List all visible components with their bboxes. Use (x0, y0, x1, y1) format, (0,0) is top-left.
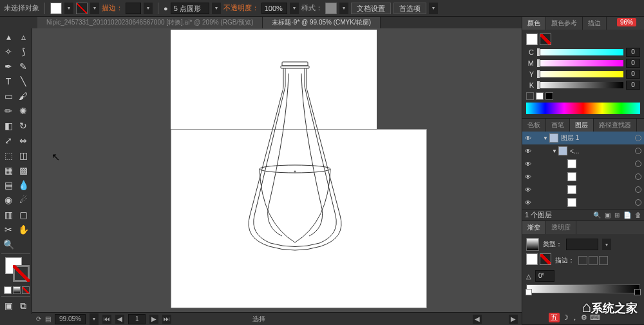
stroke-mode-2-icon[interactable] (589, 256, 598, 265)
rotate-tool[interactable]: ↻ (16, 119, 30, 133)
locate-icon[interactable]: 🔍 (593, 212, 601, 219)
angle-field[interactable]: 0° (535, 270, 554, 282)
visibility-icon[interactable]: 👁 (522, 148, 534, 155)
stroke-swatch[interactable] (76, 3, 88, 14)
layer-row[interactable]: 👁 (522, 196, 644, 209)
target-icon[interactable] (635, 186, 641, 193)
black-slider[interactable] (536, 82, 623, 88)
zoom-field[interactable]: 99.05% (55, 314, 86, 324)
column-graph-tool[interactable]: ▥ (1, 208, 15, 222)
canvas[interactable]: ↖ (32, 28, 522, 312)
stroke-dropdown[interactable] (90, 3, 99, 14)
panel-fill-swatch[interactable] (526, 34, 538, 45)
gradient-ramp[interactable] (526, 284, 640, 293)
brush-dropdown[interactable] (212, 3, 221, 14)
rectangle-tool[interactable]: ▭ (1, 89, 15, 103)
page-field[interactable]: 1 (128, 314, 146, 324)
delete-layer-icon[interactable]: 🗑 (635, 212, 641, 219)
black-icon[interactable] (545, 92, 553, 100)
direct-selection-tool[interactable]: ▵ (16, 30, 30, 44)
grad-fill-swatch[interactable] (526, 253, 538, 265)
cyan-slider[interactable] (536, 49, 623, 55)
target-icon[interactable] (635, 135, 641, 141)
line-tool[interactable]: ╲ (16, 74, 30, 88)
shape-builder-tool[interactable]: ◫ (16, 148, 30, 162)
pencil-tool[interactable]: ✏ (1, 104, 15, 118)
visibility-icon[interactable]: 👁 (522, 186, 534, 193)
scale-tool[interactable]: ⤢ (1, 133, 15, 148)
make-clip-icon[interactable]: ▣ (605, 212, 611, 219)
gradient-preview[interactable] (526, 238, 539, 251)
magic-wand-tool[interactable]: ✧ (1, 44, 15, 59)
selection-tool[interactable]: ▴ (1, 30, 15, 44)
opacity-dropdown[interactable] (290, 3, 299, 14)
visibility-icon[interactable]: 👁 (522, 173, 534, 181)
panel-stroke-swatch[interactable] (540, 34, 551, 45)
style-dropdown[interactable] (339, 3, 348, 14)
stroke-color-icon[interactable] (13, 265, 30, 282)
type-tool[interactable]: T (1, 74, 15, 88)
new-layer-icon[interactable]: 📄 (623, 212, 631, 219)
gradient-type-dropdown[interactable] (602, 239, 611, 250)
yellow-value[interactable]: 0 (626, 70, 640, 79)
stroke-mode-3-icon[interactable] (599, 256, 608, 265)
prev-page-button[interactable]: ◀ (115, 315, 124, 324)
tab-color-guide[interactable]: 颜色参考 (546, 17, 583, 30)
gradient-tool[interactable]: ▤ (1, 178, 15, 192)
visibility-icon[interactable]: 👁 (522, 161, 534, 168)
tab-transparency[interactable]: 透明度 (546, 221, 576, 234)
doc-settings-button[interactable]: 文档设置 (351, 3, 391, 14)
stroke-weight-dropdown[interactable] (144, 3, 153, 14)
brush-preset-field[interactable]: 5 点圆形 (171, 3, 209, 14)
more-dropdown[interactable] (429, 3, 438, 14)
layer-row[interactable]: 👁 (522, 183, 644, 196)
layer-name[interactable]: <... (570, 148, 635, 155)
color-mode-none[interactable] (22, 286, 30, 294)
spectrum-bar[interactable] (526, 103, 640, 114)
color-mode-solid[interactable] (4, 286, 12, 294)
visibility-icon[interactable]: 👁 (522, 199, 534, 206)
screen-mode-normal[interactable]: ▣ (1, 299, 15, 313)
mesh-tool[interactable]: ▩ (16, 163, 30, 177)
eyedropper-tool[interactable]: 💧 (16, 178, 30, 192)
layer-name[interactable]: 图层 1 (561, 133, 635, 143)
blob-brush-tool[interactable]: ✺ (16, 104, 30, 118)
last-page-button[interactable]: ⏭ (162, 315, 171, 324)
target-icon[interactable] (635, 199, 641, 206)
cyan-value[interactable]: 0 (626, 48, 640, 57)
color-mode-gradient[interactable] (13, 286, 21, 294)
fill-swatch[interactable] (50, 3, 62, 14)
perspective-grid-tool[interactable]: ▦ (1, 163, 15, 177)
next-page-button[interactable]: ▶ (149, 315, 158, 324)
zoom-dropdown[interactable] (90, 313, 99, 325)
stroke-mode-1-icon[interactable] (578, 256, 587, 265)
scroll-left[interactable]: ◀ (473, 315, 482, 324)
target-icon[interactable] (635, 161, 641, 167)
free-transform-tool[interactable]: ⬚ (1, 148, 15, 162)
expand-icon[interactable]: ▼ (543, 135, 549, 141)
layer-row[interactable]: 👁 (522, 170, 644, 183)
artboard-tool[interactable]: ▢ (16, 208, 30, 222)
eraser-tool[interactable]: ◧ (1, 119, 15, 133)
tab-brushes[interactable]: 画笔 (546, 119, 570, 132)
tab-doc-2[interactable]: 未标题-9* @ 99.05% (CMYK/轮廓) (263, 17, 381, 28)
opacity-field[interactable]: 100% (261, 3, 287, 14)
tab-stroke[interactable]: 描边 (583, 17, 607, 30)
tab-layers[interactable]: 图层 (570, 119, 594, 132)
scroll-right[interactable]: ▶ (509, 315, 518, 324)
yellow-slider[interactable] (536, 71, 623, 77)
width-tool[interactable]: ⇔ (16, 133, 30, 148)
magenta-value[interactable]: 0 (626, 59, 640, 68)
magenta-slider[interactable] (536, 60, 623, 66)
tab-gradient[interactable]: 渐变 (522, 221, 546, 234)
screen-mode-switch[interactable]: ⧉ (16, 299, 30, 313)
stroke-weight-field[interactable] (126, 3, 141, 14)
symbol-sprayer-tool[interactable]: ☄ (16, 193, 30, 207)
prefs-button[interactable]: 首选项 (393, 3, 426, 14)
target-icon[interactable] (635, 148, 641, 154)
paintbrush-tool[interactable]: 🖌 (16, 89, 30, 103)
first-page-button[interactable]: ⏮ (102, 315, 111, 324)
target-icon[interactable] (635, 173, 641, 180)
fill-stroke-control[interactable] (1, 256, 30, 286)
zoom-tool[interactable]: 🔍 (1, 237, 15, 251)
